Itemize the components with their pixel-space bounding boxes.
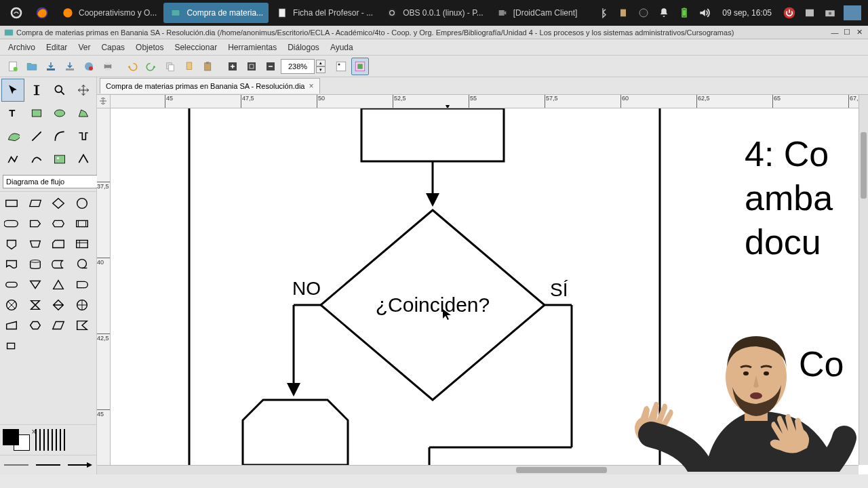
shape-sumjunction[interactable] <box>1 295 22 315</box>
cut-button[interactable] <box>180 58 198 75</box>
redo-button[interactable] <box>142 58 160 75</box>
shape-stored[interactable] <box>48 254 68 274</box>
swap-colors-icon[interactable]: ⤭ <box>31 428 37 435</box>
line-style-selector[interactable] <box>35 458 62 472</box>
menu-seleccionar[interactable]: Seleccionar <box>169 41 222 54</box>
taskbar-tab-3[interactable]: Ficha del Profesor - ... <box>270 3 378 23</box>
menu-capas[interactable]: Capas <box>96 41 130 54</box>
menu-ver[interactable]: Ver <box>73 41 96 54</box>
vertical-scrollbar[interactable] <box>859 95 868 465</box>
bell-icon[interactable] <box>657 6 671 20</box>
battery-icon[interactable] <box>677 6 691 20</box>
shape-delay[interactable] <box>72 274 92 295</box>
bezier-tool[interactable] <box>1 125 24 148</box>
pattern-selector[interactable] <box>35 429 68 451</box>
tab-close-button[interactable]: × <box>309 81 313 91</box>
save-as-button[interactable] <box>61 58 79 75</box>
shape-sort[interactable] <box>48 295 68 315</box>
shape-transport[interactable] <box>25 214 45 234</box>
new-button[interactable] <box>4 58 22 75</box>
horizontal-scrollbar[interactable] <box>97 465 859 474</box>
shape-terminal[interactable] <box>1 274 22 295</box>
shape-loop[interactable] <box>25 315 45 336</box>
shape-extract[interactable] <box>48 274 68 295</box>
pointer-tool[interactable] <box>1 79 24 102</box>
zoom-in-button[interactable] <box>224 58 241 75</box>
shape-process[interactable] <box>1 193 22 214</box>
snap-object-button[interactable] <box>351 58 369 75</box>
foreground-color[interactable] <box>3 429 19 445</box>
snap-grid-button[interactable] <box>332 58 350 75</box>
zigzag-tool[interactable] <box>72 125 95 148</box>
camera-icon[interactable] <box>823 6 837 20</box>
vertical-ruler[interactable]: 37,5 40 42,5 45 <box>97 108 111 465</box>
power-icon[interactable] <box>783 6 796 20</box>
taskbar-tab-1[interactable]: Cooperativismo y O... <box>56 3 162 23</box>
save-button[interactable] <box>42 58 60 75</box>
shape-tape[interactable] <box>72 254 92 274</box>
taskbar-tab-5[interactable]: [DroidCam Client] <box>490 3 583 23</box>
shape-internal[interactable] <box>72 234 92 254</box>
diagram-canvas[interactable]: ¿Coinciden? NO SÍ 4: Co amba docu <box>111 108 859 465</box>
shape-merge[interactable] <box>25 274 45 295</box>
menu-editar[interactable]: Editar <box>41 41 73 54</box>
menu-archivo[interactable]: Archivo <box>3 41 41 54</box>
open-button[interactable] <box>23 58 41 75</box>
image-tool[interactable] <box>48 148 71 171</box>
shape-rect-small[interactable] <box>1 336 22 356</box>
menu-objetos[interactable]: Objetos <box>130 41 169 54</box>
shape-offpage[interactable] <box>1 234 22 254</box>
arrow-style-selector[interactable] <box>66 458 94 472</box>
scroll-tool[interactable] <box>72 79 95 102</box>
box-tool[interactable] <box>25 102 48 125</box>
paste-button[interactable] <box>199 58 217 75</box>
line-tool[interactable] <box>25 125 48 148</box>
shape-display[interactable] <box>1 214 22 234</box>
horizontal-ruler[interactable]: 45 47,5 50 52,5 55 57,5 60 62,5 65 67,5 … <box>111 95 859 108</box>
print-button[interactable] <box>99 58 117 75</box>
shape-offpage2[interactable] <box>72 315 92 336</box>
taskbar-tab-4[interactable]: OBS 0.0.1 (linux) - P... <box>380 3 489 23</box>
zoom-input[interactable] <box>281 59 315 74</box>
outline-tool[interactable] <box>72 148 95 171</box>
show-desktop-icon[interactable] <box>844 5 861 20</box>
shape-preparation[interactable] <box>48 214 68 234</box>
shape-manual-input[interactable] <box>1 315 22 336</box>
document-tab[interactable]: Compra de materias primas en Banania SA … <box>100 78 320 94</box>
text-tool[interactable]: T <box>1 102 24 125</box>
maximize-button[interactable]: ☐ <box>842 28 852 37</box>
clipboard-icon[interactable] <box>616 6 630 20</box>
app-menu-button[interactable] <box>4 3 28 23</box>
zoom-out-button[interactable] <box>262 58 279 75</box>
shape-decision[interactable] <box>48 193 68 214</box>
shape-predefined[interactable] <box>72 214 92 234</box>
text-edit-tool[interactable] <box>25 79 48 102</box>
shape-data[interactable] <box>48 315 68 336</box>
polygon-tool[interactable] <box>72 102 95 125</box>
shape-collate[interactable] <box>25 295 45 315</box>
shape-connector[interactable] <box>72 193 92 214</box>
files-icon[interactable] <box>803 6 816 20</box>
bluetooth-icon[interactable] <box>596 6 610 20</box>
obs-tray-icon[interactable] <box>637 6 650 20</box>
polyline-tool[interactable] <box>1 148 24 171</box>
sheet-selector[interactable] <box>3 175 103 188</box>
ellipse-tool[interactable] <box>48 102 71 125</box>
bezierline-tool[interactable] <box>25 148 48 171</box>
close-button[interactable]: ✕ <box>854 28 864 37</box>
zoom-fit-button[interactable] <box>243 58 260 75</box>
shape-card[interactable] <box>48 234 68 254</box>
menu-herramientas[interactable]: Herramientas <box>222 41 282 54</box>
arc-tool[interactable] <box>48 125 71 148</box>
color-swatch[interactable]: ⤭ <box>3 429 30 451</box>
shape-manual-op[interactable] <box>25 234 45 254</box>
shape-disk[interactable] <box>25 254 45 274</box>
magnify-tool[interactable] <box>48 79 71 102</box>
line-width-selector[interactable] <box>3 458 30 472</box>
volume-icon[interactable] <box>698 6 711 20</box>
menu-dialogos[interactable]: Diálogos <box>282 41 325 54</box>
undo-button[interactable] <box>123 58 141 75</box>
shape-document[interactable] <box>1 254 22 274</box>
taskbar-firefox[interactable] <box>30 3 54 23</box>
taskbar-tab-2[interactable]: Compra de materia... <box>163 3 269 23</box>
